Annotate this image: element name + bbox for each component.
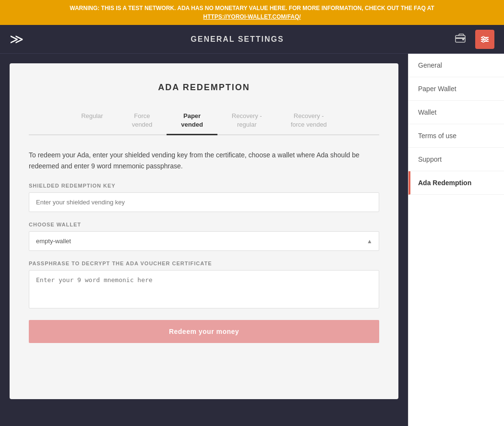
svg-rect-1 bbox=[456, 37, 465, 39]
passphrase-input[interactable] bbox=[29, 270, 379, 308]
sidebar-item-label-general: General bbox=[418, 61, 442, 69]
svg-rect-2 bbox=[462, 39, 464, 40]
sidebar-item-label-paper-wallet: Paper Wallet bbox=[418, 85, 456, 93]
content-area: ADA REDEMPTION Regular Forcevended Paper… bbox=[0, 54, 408, 426]
warning-link[interactable]: HTTPS://YOROI-WALLET.COM/FAQ/ bbox=[203, 13, 300, 20]
sidebar-item-paper-wallet[interactable]: Paper Wallet bbox=[408, 77, 504, 101]
sidebar-item-general[interactable]: General bbox=[408, 54, 504, 77]
sidebar-item-support[interactable]: Support bbox=[408, 148, 504, 171]
warning-text: WARNING: THIS IS A TEST NETWORK. ADA HAS… bbox=[70, 5, 434, 12]
shielded-key-label: SHIELDED REDEMPTION KEY bbox=[29, 183, 379, 189]
redeem-button[interactable]: Redeem your money bbox=[29, 320, 379, 343]
main-layout: ADA REDEMPTION Regular Forcevended Paper… bbox=[0, 54, 504, 426]
top-nav: ≫ GENERAL SETTINGS bbox=[0, 25, 504, 54]
wallet-select[interactable]: empty-wallet bbox=[29, 231, 379, 251]
svg-point-7 bbox=[485, 38, 487, 40]
description: To redeem your Ada, enter your shielded … bbox=[29, 150, 379, 171]
tab-regular[interactable]: Regular bbox=[67, 107, 118, 135]
nav-icons bbox=[451, 30, 494, 49]
shielded-key-group: SHIELDED REDEMPTION KEY bbox=[29, 183, 379, 212]
card: ADA REDEMPTION Regular Forcevended Paper… bbox=[10, 63, 398, 399]
sidebar-item-label-wallet: Wallet bbox=[418, 108, 436, 116]
choose-wallet-group: CHOOSE WALLET empty-wallet ▲ bbox=[29, 222, 379, 251]
logo: ≫ bbox=[10, 33, 24, 46]
nav-title: GENERAL SETTINGS bbox=[191, 35, 284, 44]
card-title: ADA REDEMPTION bbox=[29, 83, 379, 93]
wallet-svg-icon bbox=[455, 33, 467, 46]
sidebar-item-ada-redemption[interactable]: Ada Redemption bbox=[408, 171, 504, 195]
tabs: Regular Forcevended Papervended Recovery… bbox=[29, 107, 379, 135]
passphrase-group: PASSPHRASE TO DECRYPT THE ADA VOUCHER CE… bbox=[29, 260, 379, 310]
passphrase-label: PASSPHRASE TO DECRYPT THE ADA VOUCHER CE… bbox=[29, 260, 379, 266]
tab-force-vended[interactable]: Forcevended bbox=[118, 107, 167, 135]
tab-recovery-regular[interactable]: Recovery -regular bbox=[217, 107, 276, 135]
warning-banner: WARNING: THIS IS A TEST NETWORK. ADA HAS… bbox=[0, 0, 504, 25]
sidebar-item-terms[interactable]: Terms of use bbox=[408, 124, 504, 148]
tab-paper-vended[interactable]: Papervended bbox=[167, 107, 217, 135]
wallet-icon-btn[interactable] bbox=[451, 30, 470, 49]
settings-icon-btn[interactable] bbox=[475, 30, 494, 49]
wallet-select-wrapper: empty-wallet ▲ bbox=[29, 231, 379, 251]
sidebar-item-wallet[interactable]: Wallet bbox=[408, 101, 504, 124]
sidebar-item-label-support: Support bbox=[418, 155, 442, 163]
shielded-key-input[interactable] bbox=[29, 192, 379, 212]
choose-wallet-label: CHOOSE WALLET bbox=[29, 222, 379, 227]
sidebar: General Paper Wallet Wallet Terms of use… bbox=[408, 54, 504, 426]
svg-point-8 bbox=[482, 40, 484, 42]
svg-point-6 bbox=[482, 36, 484, 38]
tab-recovery-force[interactable]: Recovery -force vended bbox=[276, 107, 341, 135]
sidebar-item-label-ada-redemption: Ada Redemption bbox=[418, 179, 471, 187]
sidebar-item-label-terms: Terms of use bbox=[418, 132, 456, 140]
logo-icon: ≫ bbox=[10, 33, 24, 46]
settings-svg-icon bbox=[480, 35, 490, 44]
